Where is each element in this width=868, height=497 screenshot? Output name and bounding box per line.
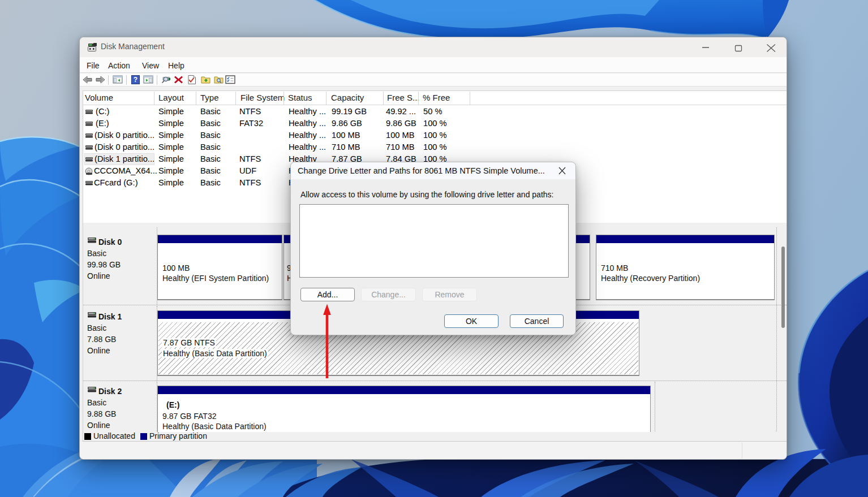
svg-text:?: ?	[134, 76, 137, 84]
